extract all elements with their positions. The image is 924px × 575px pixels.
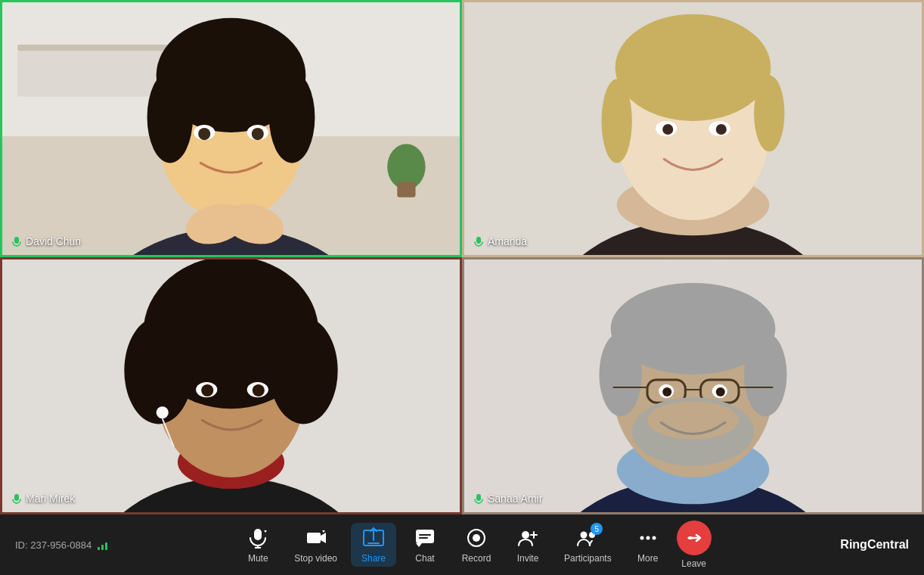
more-button[interactable]: More [625,523,671,567]
svg-rect-74 [254,529,262,540]
chat-button[interactable]: Chat [402,523,448,567]
svg-point-49 [157,406,169,418]
invite-icon [516,526,540,550]
david-name-label: David Chun [11,235,81,247]
participants-icon: 5 [575,526,600,550]
mute-icon [246,526,270,550]
sanaa-mic-icon [473,493,484,504]
svg-rect-77 [307,533,321,543]
signal-bar-3 [105,542,107,550]
svg-rect-33 [476,237,481,244]
mari-face [2,260,460,512]
svg-point-47 [201,384,213,396]
leave-button[interactable] [677,521,712,555]
controls-center: Mute Stop video [151,521,795,569]
share-button[interactable]: Share [351,523,396,567]
svg-point-86 [522,531,529,539]
tile-mari: Mari Mirek [0,257,462,514]
svg-point-9 [269,71,315,163]
participants-count-badge: 5 [591,523,603,535]
signal-bar-2 [101,545,104,550]
mari-mic-icon [11,493,22,504]
svg-rect-17 [397,182,415,197]
meeting-id: ID: 237-956-0884 [15,539,151,551]
leave-wrapper: Leave [677,521,712,569]
svg-point-26 [615,14,771,121]
svg-point-48 [253,384,265,396]
video-grid: David Chun [0,0,924,514]
mute-button[interactable]: Mute [235,523,281,567]
svg-point-89 [581,532,588,539]
svg-point-28 [602,79,632,163]
stop-video-button[interactable]: Stop video [287,523,345,567]
more-icon [636,526,660,550]
sanaa-name-label: Sanaa Amir [473,493,542,505]
mari-name-label: Mari Mirek [11,493,75,505]
david-face [2,2,460,255]
david-mic-icon [11,236,22,247]
control-bar: ID: 237-956-0884 Mute [0,514,924,575]
svg-point-85 [473,534,480,542]
svg-point-60 [744,332,786,416]
svg-point-44 [163,260,300,344]
tile-sanaa: Sanaa Amir [462,257,924,514]
sanaa-face [464,260,922,512]
svg-point-91 [640,536,643,540]
amanda-face [464,2,922,255]
svg-rect-51 [14,494,19,501]
invite-button[interactable]: Invite [505,523,550,567]
record-button[interactable]: Record [454,523,499,567]
svg-point-43 [269,317,338,424]
tile-amanda: Amanda [462,0,924,257]
amanda-mic-icon [473,236,484,247]
record-icon [464,526,488,550]
signal-bar-1 [98,547,100,550]
svg-point-12 [198,128,210,140]
amanda-name-label: Amanda [473,235,527,247]
svg-point-8 [147,71,194,163]
svg-rect-18 [14,237,19,244]
svg-point-59 [599,332,641,416]
stop-video-icon [304,526,328,550]
svg-point-68 [662,387,671,396]
svg-point-92 [646,536,650,540]
chat-icon [413,526,437,550]
brand-logo: RingCentral [795,538,909,552]
svg-point-27 [754,75,784,151]
signal-strength [98,539,107,550]
svg-point-32 [716,124,727,135]
svg-point-69 [716,387,725,396]
svg-rect-3 [17,51,170,97]
leave-label: Leave [681,558,706,569]
svg-marker-81 [416,543,422,547]
participants-button[interactable]: 5 Participants [557,523,619,567]
svg-point-31 [662,124,673,135]
svg-rect-2 [17,45,170,51]
share-icon [361,526,386,550]
svg-rect-80 [416,530,434,543]
svg-point-13 [252,128,264,140]
tile-david: David Chun [0,0,462,257]
svg-point-93 [652,536,656,540]
svg-rect-72 [476,494,481,501]
